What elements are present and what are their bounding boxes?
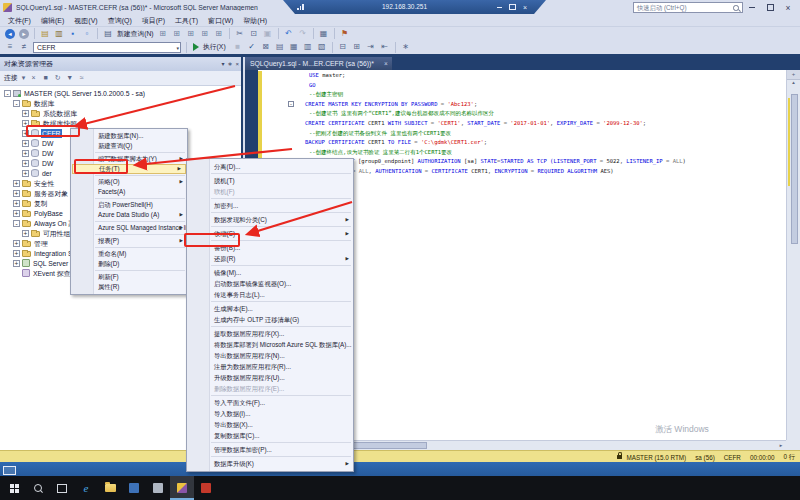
tasks-submenu-item-0[interactable]: 分离(D)... bbox=[187, 161, 353, 172]
fold-collapse-icon[interactable]: - bbox=[288, 101, 294, 107]
tasks-submenu-item-2[interactable]: 脱机(T) bbox=[187, 175, 353, 186]
rdp-minimize-button[interactable] bbox=[494, 3, 504, 12]
tree-node-14[interactable]: +可用性组 bbox=[22, 228, 71, 238]
rdp-restore-button[interactable] bbox=[507, 3, 517, 12]
tree-node-4[interactable]: +CEFR bbox=[22, 128, 62, 138]
analysis-query-icon[interactable]: ⊞ bbox=[171, 28, 183, 40]
save-all-icon[interactable]: ▫ bbox=[81, 28, 93, 40]
context-menu-item-20[interactable]: 属性(R) bbox=[71, 282, 187, 292]
task-view-button[interactable] bbox=[50, 476, 74, 500]
expander-icon[interactable]: - bbox=[13, 220, 20, 227]
expander-icon[interactable]: - bbox=[4, 90, 11, 97]
ie-icon[interactable]: e bbox=[74, 476, 98, 500]
tasks-submenu-item-19[interactable]: 生成内存中 OLTP 迁移清单(G) bbox=[187, 314, 353, 325]
menubar-item-2[interactable]: 视图(V) bbox=[69, 15, 102, 26]
context-menu-item-10[interactable]: Azure Data Studio (A)▶ bbox=[71, 210, 187, 220]
expander-icon[interactable]: + bbox=[13, 250, 20, 257]
vertical-scroll-thumb[interactable] bbox=[791, 94, 798, 244]
new-query-button[interactable]: ▤ bbox=[102, 28, 114, 40]
menubar-item-1[interactable]: 编辑(E) bbox=[36, 15, 69, 26]
dmx-query-icon[interactable]: ⊞ bbox=[199, 28, 211, 40]
tasks-submenu-item-14[interactable]: 镜像(M)... bbox=[187, 267, 353, 278]
chevron-down-icon[interactable]: ▾ bbox=[221, 57, 224, 71]
tree-node-12[interactable]: +PolyBase bbox=[13, 208, 64, 218]
tree-node-2[interactable]: +系统数据库 bbox=[22, 108, 78, 118]
document-tab[interactable]: SQLQuery1.sql - M...ER.CEFR (sa (56))* × bbox=[245, 57, 392, 70]
tasks-submenu-item-9[interactable]: 收缩(S)▶ bbox=[187, 228, 353, 239]
expander-icon[interactable]: - bbox=[13, 100, 20, 107]
tree-node-15[interactable]: +管理 bbox=[13, 238, 49, 248]
expander-icon[interactable]: + bbox=[13, 240, 20, 247]
activity-monitor-icon[interactable]: ≈ bbox=[77, 73, 87, 83]
context-menu-item-6[interactable]: 策略(O)▶ bbox=[71, 177, 187, 187]
context-menu-item-12[interactable]: Azure SQL Managed Instance link▶ bbox=[71, 223, 187, 233]
restore-button[interactable] bbox=[763, 2, 777, 13]
menubar-item-5[interactable]: 工具(T) bbox=[170, 15, 203, 26]
pin-icon[interactable]: ∗ bbox=[227, 57, 232, 71]
expander-icon[interactable]: + bbox=[22, 150, 29, 157]
close-button[interactable]: × bbox=[781, 2, 795, 13]
execute-button[interactable]: 执行(X) bbox=[193, 42, 228, 52]
app-icon-blue[interactable] bbox=[122, 476, 146, 500]
tree-node-6[interactable]: +DW bbox=[22, 148, 54, 158]
expander-icon[interactable]: + bbox=[13, 260, 20, 267]
parse-icon[interactable]: ✓ bbox=[246, 41, 258, 53]
cancel-query-icon[interactable]: ■ bbox=[232, 41, 244, 53]
paste-icon[interactable]: ▣ bbox=[262, 28, 274, 40]
expander-icon[interactable]: + bbox=[22, 110, 29, 117]
context-menu-item-1[interactable]: 新建查询(Q) bbox=[71, 141, 187, 151]
stop-icon[interactable]: ■ bbox=[41, 73, 51, 83]
tasks-submenu-item-16[interactable]: 传送事务日志(L)... bbox=[187, 289, 353, 300]
context-menu-item-19[interactable]: 刷新(F) bbox=[71, 272, 187, 282]
context-menu-item-16[interactable]: 重命名(M) bbox=[71, 249, 187, 259]
results-to-text-icon[interactable]: ▥ bbox=[302, 41, 314, 53]
tab-close-icon[interactable]: × bbox=[384, 57, 388, 70]
tree-node-9[interactable]: +安全性 bbox=[13, 178, 55, 188]
tree-node-3[interactable]: +数据库快照 bbox=[22, 118, 78, 128]
expander-icon[interactable]: + bbox=[22, 160, 29, 167]
flag-icon[interactable]: ⚑ bbox=[339, 28, 351, 40]
expander-icon[interactable]: + bbox=[22, 130, 29, 137]
minimize-button[interactable] bbox=[745, 2, 759, 13]
tasks-submenu-item-33[interactable]: 管理数据库加密(P)... bbox=[187, 444, 353, 455]
context-menu-item-7[interactable]: Facets(A) bbox=[71, 187, 187, 197]
copy-icon[interactable]: ⊡ bbox=[248, 28, 260, 40]
quick-launch-input[interactable]: 快速启动 (Ctrl+Q) bbox=[633, 2, 743, 13]
menubar-item-0[interactable]: 文件(F) bbox=[3, 15, 36, 26]
rdp-close-button[interactable]: × bbox=[520, 3, 530, 12]
tree-node-8[interactable]: +der bbox=[22, 168, 53, 178]
vertical-scrollbar[interactable]: + ▲ bbox=[786, 70, 800, 440]
tasks-submenu-item-5[interactable]: 加密列... bbox=[187, 200, 353, 211]
xmla-query-icon[interactable]: ⊞ bbox=[213, 28, 225, 40]
results-to-file-icon[interactable]: ▧ bbox=[316, 41, 328, 53]
tasks-submenu-item-22[interactable]: 将数据库部署到 Microsoft Azure SQL 数据库(A)... bbox=[187, 339, 353, 350]
tasks-submenu-item-28[interactable]: 导入平面文件(F)... bbox=[187, 397, 353, 408]
cut-icon[interactable]: ✂ bbox=[234, 28, 246, 40]
context-menu-item-0[interactable]: 新建数据库(N)... bbox=[71, 131, 187, 141]
nav-back-button[interactable]: ◄ bbox=[5, 29, 15, 39]
tasks-submenu-item-21[interactable]: 提取数据层应用程序(X)... bbox=[187, 328, 353, 339]
redo-icon[interactable]: ↷ bbox=[297, 28, 309, 40]
nav-forward-button[interactable]: ► bbox=[19, 29, 29, 39]
menubar-item-7[interactable]: 帮助(H) bbox=[238, 15, 272, 26]
close-icon[interactable]: × bbox=[235, 57, 239, 71]
available-databases-combo[interactable]: CEFR▾ bbox=[33, 42, 181, 53]
context-menu-item-4[interactable]: 任务(T)▶ bbox=[72, 164, 186, 174]
expander-icon[interactable]: + bbox=[13, 190, 20, 197]
tree-node-1[interactable]: -数据库 bbox=[13, 98, 55, 108]
comment-icon[interactable]: ⊟ bbox=[337, 41, 349, 53]
splitter-handle[interactable]: + bbox=[787, 70, 800, 80]
menubar-item-6[interactable]: 窗口(W) bbox=[203, 15, 238, 26]
indent-icon[interactable]: ⇥ bbox=[365, 41, 377, 53]
connect-query-icon[interactable]: ≡ bbox=[4, 41, 16, 53]
tasks-submenu-item-30[interactable]: 导出数据(X)... bbox=[187, 419, 353, 430]
mdx-query-icon[interactable]: ⊞ bbox=[185, 28, 197, 40]
undo-icon[interactable]: ↶ bbox=[283, 28, 295, 40]
context-menu-item-14[interactable]: 报表(P)▶ bbox=[71, 236, 187, 246]
expander-icon[interactable]: + bbox=[13, 200, 20, 207]
results-to-grid-icon[interactable]: ▦ bbox=[288, 41, 300, 53]
disconnect-icon[interactable]: × bbox=[29, 73, 39, 83]
tree-node-18[interactable]: +XEvent 探查器 bbox=[13, 268, 78, 278]
tasks-submenu-item-29[interactable]: 导入数据(I)... bbox=[187, 408, 353, 419]
tasks-submenu-item-7[interactable]: 数据发现和分类(C)▶ bbox=[187, 214, 353, 225]
